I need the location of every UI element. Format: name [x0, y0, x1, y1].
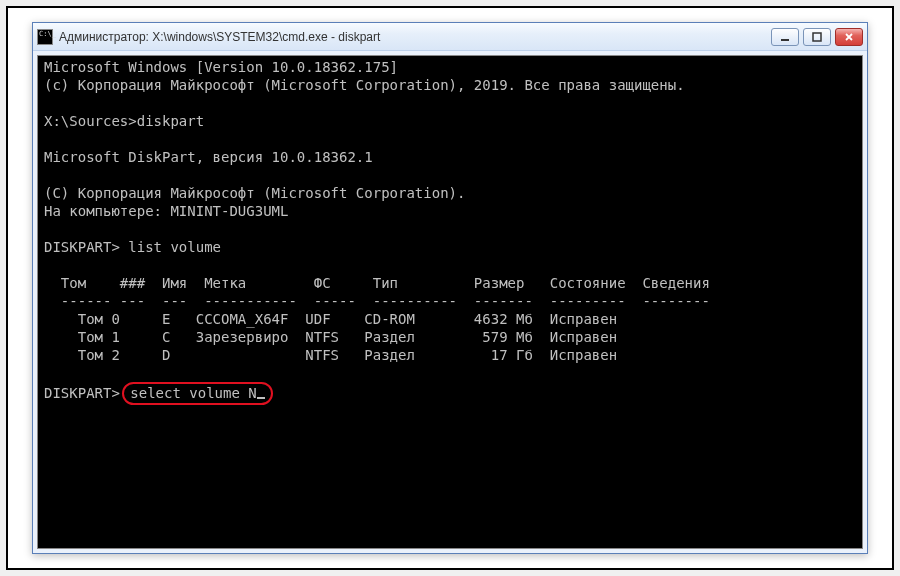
line: Microsoft Windows [Version 10.0.18362.17…	[44, 59, 398, 75]
svg-rect-1	[813, 33, 821, 41]
maximize-button[interactable]	[803, 28, 831, 46]
cmd-window: Администратор: X:\windows\SYSTEM32\cmd.e…	[32, 22, 868, 554]
terminal-area[interactable]: Microsoft Windows [Version 10.0.18362.17…	[37, 55, 863, 549]
svg-rect-0	[781, 39, 789, 41]
window-title: Администратор: X:\windows\SYSTEM32\cmd.e…	[59, 30, 380, 44]
line: На компьютере: MININT-DUG3UML	[44, 203, 288, 219]
prompt: DISKPART>	[44, 385, 128, 401]
table-row: Том 0 E CCCOMA_X64F UDF CD-ROM 4632 Мб И…	[44, 311, 617, 327]
command: select volume N	[130, 385, 256, 401]
table-row: Том 1 C Зарезервиро NTFS Раздел 579 Мб И…	[44, 329, 617, 345]
minimize-button[interactable]	[771, 28, 799, 46]
table-header: Том ### Имя Метка ФС Тип Размер Состояни…	[44, 275, 710, 291]
line: (c) Корпорация Майкрософт (Microsoft Cor…	[44, 77, 685, 93]
line: Microsoft DiskPart, версия 10.0.18362.1	[44, 149, 373, 165]
line: (C) Корпорация Майкрософт (Microsoft Cor…	[44, 185, 465, 201]
terminal-output: Microsoft Windows [Version 10.0.18362.17…	[38, 56, 862, 407]
cmd-icon	[37, 29, 53, 45]
cursor	[257, 397, 265, 399]
highlighted-command: select volume N	[122, 382, 272, 405]
table-rule: ------ --- --- ----------- ----- -------…	[44, 293, 710, 309]
prompt: X:\Sources>	[44, 113, 137, 129]
titlebar[interactable]: Администратор: X:\windows\SYSTEM32\cmd.e…	[33, 23, 867, 51]
prompt: DISKPART>	[44, 239, 128, 255]
close-button[interactable]	[835, 28, 863, 46]
command: diskpart	[137, 113, 204, 129]
table-row: Том 2 D NTFS Раздел 17 Гб Исправен	[44, 347, 617, 363]
command: list volume	[128, 239, 221, 255]
